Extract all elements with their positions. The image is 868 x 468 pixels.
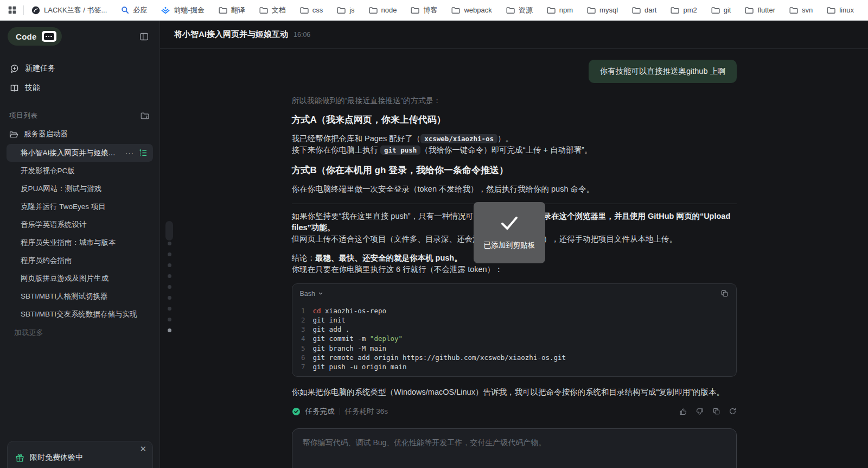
code-line: 3git add .: [292, 325, 736, 334]
project-item[interactable]: 程序员约会指南: [7, 251, 153, 269]
task-complete-label: 任务完成: [305, 407, 335, 416]
task-outline-icon[interactable]: [139, 149, 148, 157]
folder-icon: [827, 7, 835, 14]
copy-code-icon[interactable]: [720, 289, 729, 298]
project-item[interactable]: 程序员失业指南：城市与版本: [7, 233, 153, 251]
code-text: git remote add origin https://github.com…: [313, 353, 566, 362]
project-label: 将小智AI接入网页并与姬娘互动: [21, 148, 122, 158]
bookmark-label: webpack: [464, 6, 492, 14]
conversation-header: 将小智AI接入网页并与姬娘互动 16:06: [160, 21, 868, 49]
paragraph-method-a: 我已经帮你把仓库和 Pages 配好了（xcsweb/xiaozhi-os）。 …: [292, 133, 737, 156]
code-text: git add .: [313, 325, 350, 334]
code-line: 1cd xiaozhi-os-repo: [292, 306, 736, 315]
bookmark-label: js: [349, 6, 354, 14]
code-line: 4git commit -m "deploy": [292, 334, 736, 343]
code-brand-button[interactable]: Code: [8, 27, 62, 46]
new-project-folder-icon[interactable]: [141, 112, 149, 120]
project-item[interactable]: 开发影视仓PC版: [7, 162, 153, 180]
collapse-sidebar-icon[interactable]: [139, 32, 149, 41]
project-list: 将小智AI接入网页并与姬娘互动···开发影视仓PC版反PUA网站：测试与游戏克隆…: [0, 144, 159, 323]
bookmark-label: svn: [802, 6, 813, 14]
code-text: git init: [313, 315, 346, 325]
bookmark-folder[interactable]: 资源: [506, 5, 533, 15]
bookmark-folder[interactable]: node: [369, 6, 397, 14]
bookmark-item[interactable]: 前端-掘金: [161, 5, 204, 15]
project-item[interactable]: 音乐学英语系统设计: [7, 216, 153, 233]
inline-code-git-push: git push: [380, 146, 420, 155]
heading-method-b: 方式B（你在本机用 gh 登录，我给你一条命令推送）: [292, 164, 737, 177]
code-line: 6git remote add origin https://github.co…: [292, 353, 736, 362]
project-item[interactable]: 网页版拼豆游戏及图片生成: [7, 269, 153, 287]
thumbs-down-icon[interactable]: [695, 407, 704, 416]
regenerate-icon[interactable]: [729, 407, 737, 415]
bookmark-folder[interactable]: git: [711, 6, 731, 14]
bookmark-folder[interactable]: pm2: [671, 6, 697, 14]
project-label: 程序员约会指南: [21, 256, 148, 265]
folder-icon: [411, 7, 419, 14]
text-run: 结论：: [292, 254, 316, 262]
code-text: git branch -M main: [313, 344, 386, 353]
thumbs-up-icon[interactable]: [679, 407, 687, 416]
bookmark-folder[interactable]: linux: [827, 6, 854, 14]
scrollbar-thumb[interactable]: [165, 221, 173, 241]
bookmark-item[interactable]: 必应: [121, 5, 147, 15]
line-number: 4: [292, 334, 313, 343]
bookmark-folder[interactable]: css: [300, 6, 323, 14]
sidebar-item-skills[interactable]: 技能: [0, 78, 159, 98]
user-message-bubble: 你有技能可以直接推送奥github 上啊: [589, 60, 736, 83]
juejin-icon: [161, 7, 170, 14]
project-label: 网页版拼豆游戏及图片生成: [21, 274, 148, 283]
bookmark-folder[interactable]: webpack: [451, 6, 492, 14]
project-item[interactable]: 将小智AI接入网页并与姬娘互动···: [7, 144, 153, 162]
sidebar: Code 新建任务 技能 项目列表: [0, 21, 160, 468]
task-status-row: 任务完成 任务耗时 36s: [292, 407, 737, 416]
timeline-dot: [168, 318, 171, 321]
project-item[interactable]: SBTI/MBTI人格测试切换器: [7, 287, 153, 305]
project-item[interactable]: 反PUA网站：测试与游戏: [7, 180, 153, 198]
robot-icon: [42, 31, 56, 42]
bookmark-folder[interactable]: npm: [547, 6, 573, 14]
folder-open-icon: [9, 130, 18, 138]
bookmark-item[interactable]: LACKK兰客 / 书签...: [31, 5, 107, 15]
folder-icon: [711, 7, 720, 14]
line-number: 7: [292, 362, 313, 371]
bookmarks-divider: [23, 5, 24, 15]
close-icon[interactable]: ✕: [139, 445, 146, 453]
project-item[interactable]: SBTI/MBTI交友系统数据存储与实现: [7, 305, 153, 323]
folder-icon: [506, 7, 515, 14]
apps-grid-icon[interactable]: [8, 5, 17, 15]
bookmark-label: node: [381, 6, 397, 14]
code-language-selector[interactable]: Bash: [300, 290, 323, 298]
bookmark-label: 文档: [272, 5, 286, 15]
bookmark-folder[interactable]: 翻译: [219, 5, 245, 15]
load-more-button[interactable]: 加载更多: [0, 323, 159, 343]
bookmark-folder[interactable]: mysql: [587, 6, 618, 14]
project-item[interactable]: 克隆并运行 TwoEyes 项目: [7, 198, 153, 216]
text-run: 如果你坚持要“我在这里直接 push”，只有一种情况可行：: [292, 212, 489, 220]
text-run: 你现在只要在你电脑里执行这 6 行就行（不会泄露 token）：: [292, 265, 503, 274]
bookmark-folder[interactable]: 博客: [411, 5, 437, 15]
bookmark-folder[interactable]: dart: [632, 6, 656, 14]
code-text: git commit -m "deploy": [313, 334, 403, 343]
bookmark-folder[interactable]: 文档: [259, 5, 286, 15]
bookmark-label: pm2: [683, 6, 697, 14]
code-language-label: Bash: [300, 290, 316, 298]
project-label: 程序员失业指南：城市与版本: [21, 238, 148, 248]
bookmark-folder[interactable]: flutter: [745, 6, 775, 14]
timeline-dot: [168, 252, 171, 256]
sidebar-item-new-task[interactable]: 新建任务: [0, 59, 159, 78]
bookmark-label: 博客: [423, 5, 437, 15]
copy-message-icon[interactable]: [712, 407, 720, 415]
folder-icon: [337, 7, 346, 14]
timestamp: 16:06: [293, 31, 310, 39]
task-complete-check-icon: [292, 407, 301, 416]
message-input[interactable]: 帮你编写代码、调试 Bug、优化性能等开发工作，交付生产级代码产物。: [292, 428, 737, 468]
more-menu-icon[interactable]: ···: [125, 149, 134, 157]
line-number: 6: [292, 353, 313, 362]
project-group-server-launcher[interactable]: 服务器启动器: [0, 124, 159, 144]
bookmark-folder[interactable]: svn: [789, 6, 813, 14]
bookmark-folder[interactable]: js: [337, 6, 354, 14]
bookmark-label: linux: [839, 6, 854, 14]
skills-book-icon: [10, 84, 19, 93]
promo-label: 限时免费体验中: [30, 453, 83, 463]
